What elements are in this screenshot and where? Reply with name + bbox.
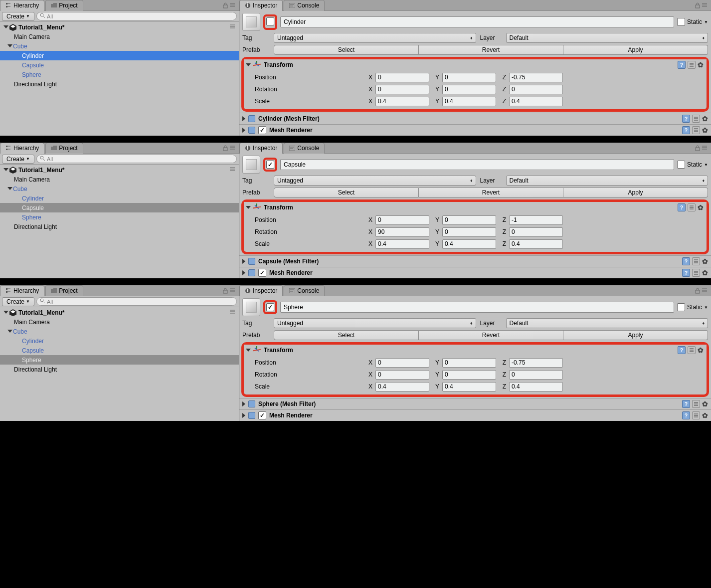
tree-item-capsule[interactable]: Capsule xyxy=(0,346,239,355)
transform-scale-y[interactable] xyxy=(442,97,496,106)
layer-dropdown[interactable]: Default ♦ xyxy=(506,176,709,186)
prefab-apply-button[interactable]: Apply xyxy=(563,188,708,197)
gameobject-icon[interactable] xyxy=(242,156,260,174)
transform-scale-z[interactable] xyxy=(509,382,563,392)
enabled-checkbox[interactable] xyxy=(266,17,274,25)
inspector-tab[interactable]: i Inspector xyxy=(239,143,283,154)
prefab-apply-button[interactable]: Apply xyxy=(563,330,708,340)
expand-icon[interactable] xyxy=(3,167,9,173)
transform-position-x[interactable] xyxy=(375,73,429,82)
gear-icon[interactable]: ✿ xyxy=(702,126,708,134)
scene-row[interactable]: Tutorial1_Menu* xyxy=(0,165,239,175)
mesh-renderer-header[interactable]: Mesh Renderer ? ✿ xyxy=(239,410,711,421)
preset-icon[interactable] xyxy=(688,61,696,69)
transform-header[interactable]: Transform ? ✿ xyxy=(244,59,707,70)
hierarchy-tab[interactable]: Hierarchy xyxy=(0,143,44,154)
inspector-tab[interactable]: i Inspector xyxy=(239,0,283,11)
lock-icon[interactable] xyxy=(695,288,700,294)
preset-icon[interactable] xyxy=(692,411,700,419)
lock-icon[interactable] xyxy=(695,2,700,8)
row-menu-icon[interactable] xyxy=(230,167,239,174)
console-tab[interactable]: Console xyxy=(284,0,325,11)
tree-item-sphere[interactable]: Sphere xyxy=(0,212,239,222)
project-tab[interactable]: Project xyxy=(45,0,83,11)
tree-item-cube[interactable]: Cube xyxy=(0,327,239,336)
transform-scale-z[interactable] xyxy=(509,97,563,106)
help-icon[interactable]: ? xyxy=(682,126,690,134)
transform-position-y[interactable] xyxy=(442,73,496,82)
mesh-renderer-enabled-checkbox[interactable] xyxy=(258,411,266,419)
tree-item-capsule[interactable]: Capsule xyxy=(0,60,239,70)
chevron-down-icon[interactable]: ▼ xyxy=(704,305,708,310)
lock-icon[interactable] xyxy=(695,145,700,151)
tree-item-sphere[interactable]: Sphere xyxy=(0,70,239,79)
help-icon[interactable]: ? xyxy=(682,411,690,419)
transform-position-y[interactable] xyxy=(442,215,496,225)
preset-icon[interactable] xyxy=(692,257,700,265)
gameobject-name-field[interactable]: Sphere xyxy=(280,302,674,313)
gear-icon[interactable]: ✿ xyxy=(702,400,708,408)
tree-item-sphere[interactable]: Sphere xyxy=(0,355,239,365)
transform-rotation-y[interactable] xyxy=(442,370,496,380)
expand-icon[interactable] xyxy=(242,270,245,275)
gear-icon[interactable]: ✿ xyxy=(702,269,708,277)
expand-icon[interactable] xyxy=(7,329,13,335)
gear-icon[interactable]: ✿ xyxy=(698,346,704,354)
create-button[interactable]: Create ▼ xyxy=(2,12,34,21)
panel-menu-icon[interactable] xyxy=(230,3,236,8)
console-tab[interactable]: Console xyxy=(284,285,325,296)
lock-icon[interactable] xyxy=(223,288,228,294)
transform-position-z[interactable] xyxy=(509,215,563,225)
scene-row[interactable]: Tutorial1_Menu* xyxy=(0,308,239,317)
tree-item-cylinder[interactable]: Cylinder xyxy=(0,51,239,60)
tree-item-cylinder[interactable]: Cylinder xyxy=(0,336,239,346)
mesh-filter-header[interactable]: Cylinder (Mesh Filter) ? ✿ xyxy=(239,113,711,124)
scene-row[interactable]: Tutorial1_Menu* xyxy=(0,22,239,32)
search-input[interactable] xyxy=(36,297,237,306)
preset-icon[interactable] xyxy=(688,346,696,354)
transform-scale-x[interactable] xyxy=(375,239,429,249)
row-menu-icon[interactable] xyxy=(230,24,239,31)
preset-icon[interactable] xyxy=(692,269,700,277)
help-icon[interactable]: ? xyxy=(678,61,686,69)
expand-icon[interactable] xyxy=(246,349,251,352)
static-checkbox[interactable] xyxy=(677,161,685,169)
expand-icon[interactable] xyxy=(242,259,245,264)
transform-scale-x[interactable] xyxy=(375,97,429,106)
help-icon[interactable]: ? xyxy=(678,346,686,354)
mesh-renderer-header[interactable]: Mesh Renderer ? ✿ xyxy=(239,125,711,136)
prefab-revert-button[interactable]: Revert xyxy=(419,188,563,197)
tag-dropdown[interactable]: Untagged ♦ xyxy=(274,33,476,43)
create-button[interactable]: Create ▼ xyxy=(2,297,34,306)
transform-scale-y[interactable] xyxy=(442,382,496,392)
mesh-renderer-enabled-checkbox[interactable] xyxy=(258,126,266,134)
chevron-down-icon[interactable]: ▼ xyxy=(704,20,708,24)
help-icon[interactable]: ? xyxy=(682,400,690,408)
layer-dropdown[interactable]: Default ♦ xyxy=(506,33,709,43)
tree-item-cube[interactable]: Cube xyxy=(0,41,239,51)
help-icon[interactable]: ? xyxy=(682,115,690,123)
expand-icon[interactable] xyxy=(7,43,13,49)
transform-rotation-z[interactable] xyxy=(509,85,563,94)
tree-item-cylinder[interactable]: Cylinder xyxy=(0,194,239,203)
transform-rotation-z[interactable] xyxy=(509,227,563,237)
preset-icon[interactable] xyxy=(692,400,700,408)
project-tab[interactable]: Project xyxy=(45,143,83,154)
help-icon[interactable]: ? xyxy=(682,257,690,265)
expand-icon[interactable] xyxy=(242,401,245,406)
prefab-select-button[interactable]: Select xyxy=(274,188,419,197)
expand-icon[interactable] xyxy=(246,206,251,209)
hierarchy-tab[interactable]: Hierarchy xyxy=(0,0,44,11)
transform-position-x[interactable] xyxy=(375,358,429,368)
transform-rotation-x[interactable] xyxy=(375,370,429,380)
preset-icon[interactable] xyxy=(688,203,696,211)
transform-scale-y[interactable] xyxy=(442,239,496,249)
panel-menu-icon[interactable] xyxy=(702,288,708,293)
enabled-checkbox[interactable] xyxy=(266,161,274,169)
inspector-tab[interactable]: i Inspector xyxy=(239,285,283,296)
mesh-filter-header[interactable]: Capsule (Mesh Filter) ? ✿ xyxy=(239,256,711,267)
panel-menu-icon[interactable] xyxy=(230,146,236,151)
search-field[interactable] xyxy=(47,13,233,19)
project-tab[interactable]: Project xyxy=(45,285,83,296)
transform-header[interactable]: Transform ? ✿ xyxy=(244,202,707,213)
